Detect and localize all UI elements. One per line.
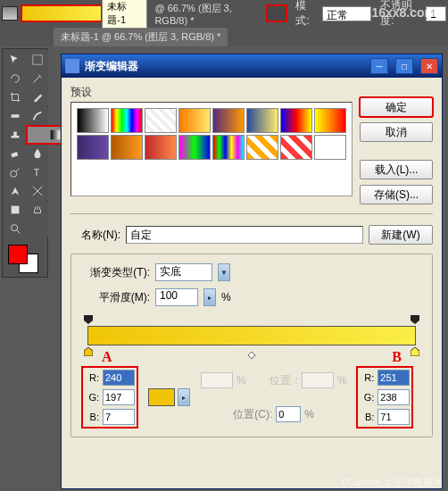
close-button[interactable]: ✕	[420, 58, 438, 74]
midpoint-diamond[interactable]	[248, 349, 255, 356]
gradient-strip[interactable]	[87, 326, 416, 345]
g-label: G:	[360, 392, 374, 403]
opacity-stop-right[interactable]	[411, 315, 419, 324]
color-swatches	[4, 243, 46, 275]
position-unit: %	[304, 408, 314, 420]
magic-wand-tool[interactable]	[27, 70, 48, 87]
foreground-color[interactable]	[8, 245, 28, 264]
save-button[interactable]: 存储(S)...	[360, 185, 433, 204]
preset-swatch[interactable]	[246, 108, 278, 133]
crop-tool[interactable]	[4, 88, 26, 106]
svg-rect-0	[33, 55, 43, 65]
preset-label: 预设	[71, 85, 353, 100]
chevron-right-icon[interactable]: ▸	[178, 388, 190, 406]
r-input-b[interactable]	[377, 370, 410, 386]
preset-swatch[interactable]	[246, 135, 278, 160]
preset-swatch[interactable]	[77, 135, 109, 160]
type-select[interactable]: 实底	[155, 263, 212, 281]
marquee-tool[interactable]	[27, 51, 48, 69]
type-tool[interactable]: T	[27, 163, 48, 181]
type-label: 渐变类型(T):	[79, 265, 150, 280]
svg-rect-1	[12, 114, 20, 118]
zoom-tool[interactable]	[4, 220, 26, 237]
new-button[interactable]: 新建(W)	[369, 225, 433, 245]
lasso-tool[interactable]	[4, 70, 26, 87]
svg-rect-2	[51, 130, 61, 140]
preset-swatch[interactable]	[314, 135, 346, 160]
doc-title-frag: @ 66.7% (图层 3, RGB/8) *	[154, 2, 263, 26]
b-label: B:	[360, 412, 374, 422]
opacity-stop-left[interactable]	[84, 315, 93, 324]
smooth-input[interactable]: 100	[155, 288, 198, 306]
stamp-tool[interactable]	[4, 126, 26, 144]
ok-button[interactable]: 确定	[360, 97, 433, 117]
svg-point-4	[11, 171, 17, 177]
notes-tool[interactable]	[27, 220, 48, 237]
healing-tool[interactable]	[4, 107, 26, 125]
brush-tool[interactable]	[27, 107, 48, 125]
tooltip: 未标题-1	[102, 0, 147, 29]
dodge-tool[interactable]	[4, 163, 26, 181]
eraser-tool[interactable]	[4, 145, 26, 162]
position-input[interactable]	[276, 406, 301, 422]
preset-swatch[interactable]	[212, 135, 245, 160]
r-label: R:	[85, 372, 99, 383]
app-icon	[65, 59, 79, 73]
shape-tool[interactable]	[4, 201, 26, 219]
gradient-editor-dialog: 渐变编辑器 ─ □ ✕ 预设 确定 取消 载入(L)... 存储(S)... 名…	[61, 54, 443, 489]
rgb-group-b: R: G: B:	[357, 367, 412, 428]
toolbox: T	[2, 48, 48, 278]
preset-swatch[interactable]	[280, 108, 312, 133]
r-label: R:	[360, 372, 374, 383]
preset-swatch[interactable]	[314, 108, 346, 133]
minimize-button[interactable]: ─	[370, 58, 388, 74]
pen-tool[interactable]	[4, 182, 26, 200]
path-tool[interactable]	[27, 182, 48, 200]
color-stop-a[interactable]	[84, 347, 93, 356]
gradient-preview[interactable]	[21, 5, 102, 21]
name-label: 名称(N):	[71, 228, 120, 243]
preset-swatch[interactable]	[280, 135, 312, 160]
color-chip-a[interactable]	[148, 388, 175, 406]
load-button[interactable]: 载入(L)...	[360, 160, 433, 179]
preset-swatch[interactable]	[111, 135, 143, 160]
watermark-bottom: PConline 太平洋电脑网	[341, 476, 443, 489]
chevron-down-icon[interactable]: ▼	[218, 263, 230, 281]
hand-tool[interactable]	[27, 201, 48, 219]
preset-swatch[interactable]	[212, 108, 245, 133]
preset-box	[71, 102, 353, 196]
gradient-type-icons[interactable]	[267, 5, 286, 21]
preset-swatch[interactable]	[111, 108, 143, 133]
titlebar[interactable]: 渐变编辑器 ─ □ ✕	[62, 54, 442, 78]
g-input-b[interactable]	[377, 389, 410, 405]
annotation-b: B	[392, 349, 402, 365]
move-tool[interactable]	[4, 51, 26, 69]
rgb-group-a: R: G: B:	[82, 367, 137, 428]
preset-swatch[interactable]	[178, 135, 211, 160]
gradient-bar[interactable]: A B	[82, 313, 421, 363]
svg-rect-3	[11, 152, 18, 158]
cancel-button[interactable]: 取消	[360, 122, 433, 142]
preset-swatch[interactable]	[145, 108, 177, 133]
fg-swatch-top[interactable]	[2, 6, 18, 21]
b-input-a[interactable]	[103, 409, 135, 425]
b-input-b[interactable]	[377, 409, 410, 425]
svg-point-7	[12, 225, 18, 231]
preset-swatch[interactable]	[77, 108, 109, 133]
smooth-unit: %	[221, 291, 231, 304]
preset-swatch[interactable]	[145, 135, 177, 160]
document-tab[interactable]: 未标题-1 @ 66.7% (图层 3, RGB/8) *	[54, 28, 228, 46]
chevron-down-icon[interactable]: ▸	[203, 288, 216, 306]
svg-text:T: T	[34, 167, 40, 178]
color-stop-b[interactable]	[411, 347, 419, 356]
r-input-a[interactable]	[103, 370, 135, 386]
gradient-settings: 渐变类型(T): 实底 ▼ 平滑度(M): 100 ▸ % A B R: G: …	[71, 254, 433, 437]
rgb-ghost: % 位置:%	[201, 372, 346, 388]
eyedropper-tool[interactable]	[27, 88, 48, 106]
g-input-a[interactable]	[103, 389, 135, 405]
preset-swatch[interactable]	[178, 108, 211, 133]
maximize-button[interactable]: □	[395, 58, 413, 74]
blur-tool[interactable]	[27, 145, 48, 162]
name-input[interactable]	[126, 226, 363, 244]
watermark-top: bbs.16xx8.com	[346, 5, 436, 20]
